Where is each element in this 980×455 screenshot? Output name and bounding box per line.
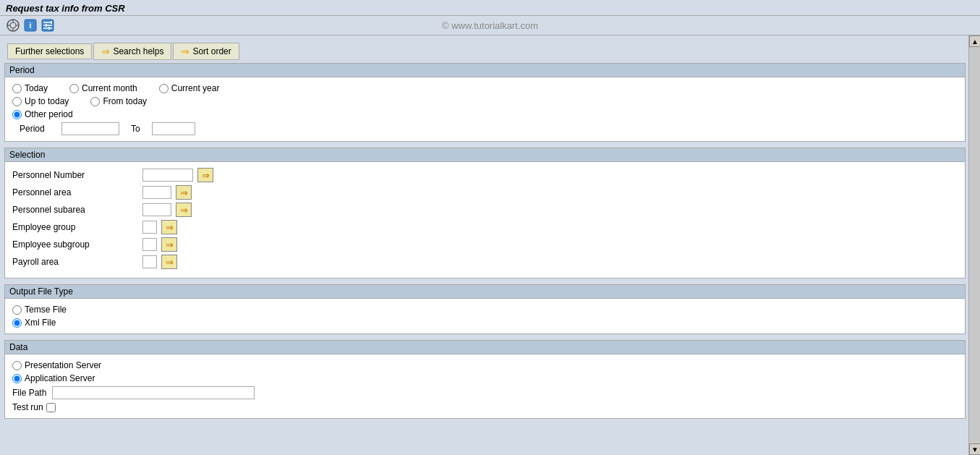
personnel-subarea-row: Personnel subarea ⇒ xyxy=(12,203,958,217)
other-period-label: Other period xyxy=(25,109,73,119)
tab-sort-order[interactable]: ⇒ Sort order xyxy=(173,43,239,60)
personnel-number-select-btn[interactable]: ⇒ xyxy=(197,168,213,182)
file-path-input[interactable] xyxy=(52,386,255,399)
title-bar: Request tax info from CSR xyxy=(0,0,980,16)
personnel-area-arrow-icon: ⇒ xyxy=(180,188,188,197)
current-month-label: Current month xyxy=(82,83,137,93)
application-server-option: Application Server xyxy=(12,373,958,383)
navigate-back-icon[interactable] xyxy=(6,18,20,33)
data-section-header: Data xyxy=(5,341,965,354)
output-section-header: Output File Type xyxy=(5,285,965,299)
personnel-area-label: Personnel area xyxy=(12,187,142,197)
further-selections-label: Further selections xyxy=(15,46,84,56)
svg-point-1 xyxy=(10,22,16,28)
temse-file-radio[interactable] xyxy=(12,305,22,315)
tabs-row: Further selections ⇒ Search helps ⇒ Sort… xyxy=(4,40,966,60)
window-title: Request tax info from CSR xyxy=(6,3,125,14)
file-path-row: File Path xyxy=(12,386,958,399)
employee-subgroup-input[interactable] xyxy=(142,238,157,251)
tab-search-helps[interactable]: ⇒ Search helps xyxy=(93,43,171,60)
xml-file-option: Xml File xyxy=(12,318,958,328)
data-section-body: Presentation Server Application Server F… xyxy=(5,354,965,418)
period-row-2: Up to today From today xyxy=(12,96,958,106)
from-today-radio[interactable] xyxy=(90,97,100,106)
period-to-input[interactable] xyxy=(152,122,195,135)
configure-icon[interactable] xyxy=(41,18,55,33)
test-run-row: Test run xyxy=(12,402,958,412)
current-year-radio[interactable] xyxy=(159,84,169,93)
current-year-option: Current year xyxy=(159,83,220,93)
period-from-input[interactable] xyxy=(61,122,119,135)
employee-group-row: Employee group ⇒ xyxy=(12,220,958,234)
employee-subgroup-arrow-icon: ⇒ xyxy=(166,240,174,250)
payroll-area-select-btn[interactable]: ⇒ xyxy=(161,255,177,269)
personnel-area-input[interactable] xyxy=(142,186,171,199)
up-to-today-label: Up to today xyxy=(25,96,69,106)
personnel-subarea-input[interactable] xyxy=(142,203,171,216)
from-today-label: From today xyxy=(103,96,147,106)
file-path-label: File Path xyxy=(12,388,46,398)
presentation-server-radio[interactable] xyxy=(12,361,22,370)
output-section-body: Temse File Xml File xyxy=(5,299,965,333)
temse-file-label: Temse File xyxy=(25,305,67,315)
toolbar: i © www.tutorialkart.com xyxy=(0,16,980,35)
tab-further-selections[interactable]: Further selections xyxy=(7,43,92,59)
employee-group-input[interactable] xyxy=(142,221,157,234)
search-helps-label: Search helps xyxy=(113,46,163,56)
payroll-area-label: Payroll area xyxy=(12,257,142,267)
current-month-radio[interactable] xyxy=(69,84,79,93)
temse-file-option: Temse File xyxy=(12,305,958,315)
employee-group-arrow-icon: ⇒ xyxy=(166,223,174,232)
info-icon[interactable]: i xyxy=(23,18,38,33)
payroll-area-input[interactable] xyxy=(142,255,157,268)
period-row-3: Other period xyxy=(12,109,958,119)
period-row-1: Today Current month Current year xyxy=(12,83,958,93)
today-label: Today xyxy=(25,83,48,93)
personnel-area-row: Personnel area ⇒ xyxy=(12,185,958,200)
data-section: Data Presentation Server Application Ser… xyxy=(4,340,966,419)
scroll-up-btn[interactable]: ▲ xyxy=(969,35,980,47)
selection-section-body: Personnel Number ⇒ Personnel area ⇒ xyxy=(5,162,965,278)
personnel-area-select-btn[interactable]: ⇒ xyxy=(176,185,192,200)
today-option: Today xyxy=(12,83,48,93)
test-run-checkbox[interactable] xyxy=(46,403,56,412)
presentation-server-label: Presentation Server xyxy=(25,360,101,370)
employee-group-select-btn[interactable]: ⇒ xyxy=(161,220,177,234)
today-radio[interactable] xyxy=(12,84,22,93)
sort-order-label: Sort order xyxy=(192,46,231,56)
employee-subgroup-select-btn[interactable]: ⇒ xyxy=(161,237,177,252)
period-input-row: Period To xyxy=(20,122,958,135)
output-section: Output File Type Temse File Xml File xyxy=(4,284,966,334)
sort-order-arrow-icon: ⇒ xyxy=(181,46,189,57)
employee-subgroup-label: Employee subgroup xyxy=(12,239,142,250)
personnel-number-input[interactable] xyxy=(142,169,193,182)
personnel-subarea-select-btn[interactable]: ⇒ xyxy=(176,203,192,217)
current-year-label: Current year xyxy=(171,83,220,93)
xml-file-radio[interactable] xyxy=(12,318,22,328)
period-section: Period Today Current month xyxy=(4,63,966,142)
application-server-label: Application Server xyxy=(25,373,95,383)
up-to-today-radio[interactable] xyxy=(12,97,22,106)
from-today-option: From today xyxy=(90,96,147,106)
search-helps-arrow-icon: ⇒ xyxy=(101,46,110,57)
xml-file-label: Xml File xyxy=(25,318,56,328)
svg-text:i: i xyxy=(29,21,31,30)
selection-section: Selection Personnel Number ⇒ Personnel a… xyxy=(4,148,966,278)
employee-group-label: Employee group xyxy=(12,222,142,232)
personnel-subarea-arrow-icon: ⇒ xyxy=(180,205,188,215)
to-label: To xyxy=(131,124,140,134)
up-to-today-option: Up to today xyxy=(12,96,69,106)
test-run-label: Test run xyxy=(12,402,43,412)
period-section-body: Today Current month Current year xyxy=(5,77,965,141)
payroll-area-row: Payroll area ⇒ xyxy=(12,255,958,269)
personnel-number-arrow-icon: ⇒ xyxy=(202,171,210,180)
other-period-radio[interactable] xyxy=(12,110,22,119)
personnel-number-label: Personnel Number xyxy=(12,170,142,180)
main-window: Request tax info from CSR i xyxy=(0,0,980,455)
employee-subgroup-row: Employee subgroup ⇒ xyxy=(12,237,958,252)
scroll-down-btn[interactable]: ▼ xyxy=(969,443,980,455)
application-server-radio[interactable] xyxy=(12,374,22,383)
presentation-server-option: Presentation Server xyxy=(12,360,958,370)
period-field-label: Period xyxy=(20,124,56,134)
payroll-area-arrow-icon: ⇒ xyxy=(166,258,174,267)
